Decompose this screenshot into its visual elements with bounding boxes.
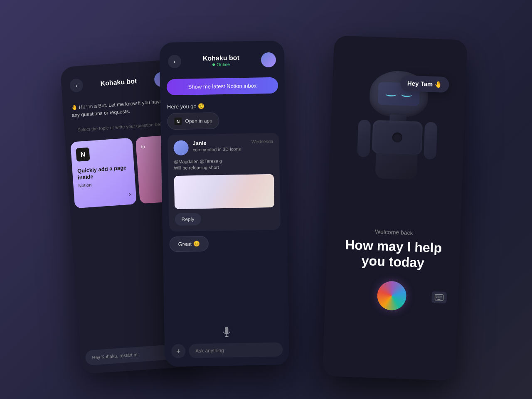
svg-rect-5 [438,296,440,296]
svg-rect-10 [437,299,440,300]
welcome-section: Welcome back How may I help you today [325,218,461,324]
greeting-bubble: Hey Tam 🤚 [400,75,449,93]
notif-avatar [173,140,189,155]
notif-action: commented in 3D Icons [193,146,241,152]
right-card: Hey Tam 🤚 Welcome back How may I help yo… [323,35,467,381]
great-button[interactable]: Great 😊 [169,236,209,252]
mic-icon[interactable] [222,327,232,338]
notif-image [174,174,274,209]
topic-subtitle-text: Select the topic or write your question … [73,121,172,134]
welcome-back-text: Welcome back [339,227,449,237]
svg-rect-8 [438,297,440,298]
cta-button[interactable]: Show me latest Notion inbox [167,77,278,96]
middle-avatar [261,52,276,68]
ask-input-row: + [171,342,283,359]
empty-space [337,294,352,294]
svg-rect-4 [436,296,438,296]
notion-topic-arrow: › [128,190,131,198]
help-text: How may I help you today [338,237,448,271]
robot-eye-left [385,91,397,96]
svg-rect-0 [225,327,228,333]
ask-input[interactable] [189,342,283,358]
middle-bot-name: Kohaku bot [203,54,239,62]
notif-info: Janie commented in 3D Icons [192,139,241,152]
notification-card: Janie commented in 3D Icons Wednesda @Ma… [167,133,281,232]
plus-button[interactable]: + [171,344,186,359]
notif-date: Wednesda [251,139,273,144]
svg-rect-6 [441,296,442,296]
open-in-app-button[interactable]: N Open in app [167,112,219,130]
middle-back-button[interactable]: ‹ [168,55,182,69]
robot-arm-right [424,122,437,160]
middle-bottom-area: + [164,320,290,367]
robot-base [375,153,417,180]
notion-topic-info: Quickly add a page inside Notion [77,164,131,188]
notion-topic-title: Quickly add a page inside [77,164,130,182]
robot-arm-left [357,120,371,158]
notion-small-icon: N [174,118,182,125]
mic-container [171,326,282,340]
here-you-go-text: Here you go 🤨 [167,102,278,110]
notif-body: @Magdalen @Teresa g Will be releasing sh… [174,157,274,172]
middle-header-center: Kohaku bot Online [203,54,240,67]
robot-chest-button [392,132,403,143]
notion-icon: N [76,148,90,162]
notion-topic-card[interactable]: N Quickly add a page inside Notion › [70,138,137,209]
notif-name: Janie [192,139,241,146]
notif-header: Janie commented in 3D Icons Wednesda [173,139,273,155]
online-dot [212,63,215,66]
robot-body: Hey Tam 🤚 [354,61,441,197]
orb-sphere[interactable] [377,281,406,310]
middle-card: ‹ Kohaku bot Online Show me latest Notio… [159,40,290,367]
bot-message: 🤚 Hi! I'm a Bot. Let me know if you have… [71,97,172,119]
keyboard-icon[interactable] [431,291,447,303]
svg-rect-7 [436,297,438,298]
robot-section: Hey Tam 🤚 [328,35,467,223]
left-back-button[interactable]: ‹ [69,78,84,92]
robot-eye-right [401,92,412,97]
middle-card-header: ‹ Kohaku bot Online [159,40,284,76]
reply-button[interactable]: Reply [175,213,201,226]
svg-rect-9 [440,297,441,298]
online-status: Online [203,62,239,67]
bottom-row [336,279,447,312]
robot-torso [372,120,423,155]
left-card-title: Kohaku bot [100,77,137,87]
